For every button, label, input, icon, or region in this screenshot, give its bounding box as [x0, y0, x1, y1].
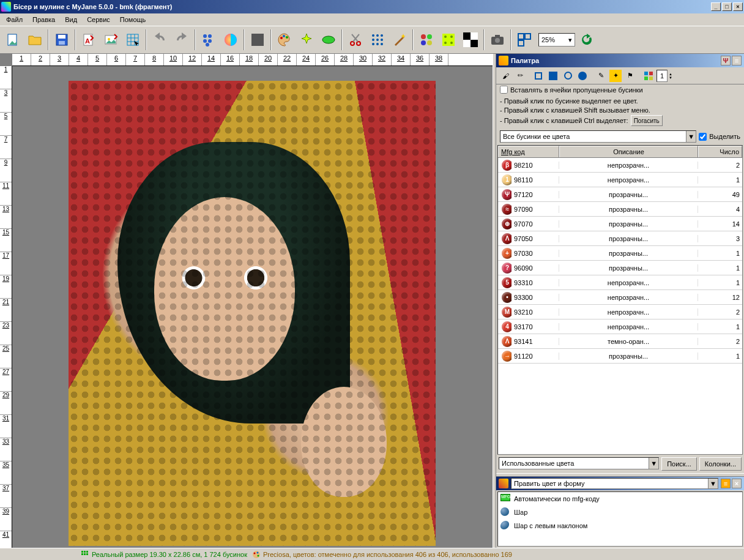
- svg-point-31: [421, 34, 426, 39]
- table-row[interactable]: •93300непрозрачн...12: [498, 290, 742, 305]
- grid-select-button[interactable]: [122, 29, 143, 50]
- tool-pick-icon[interactable]: ✎: [594, 69, 608, 83]
- toolbar-count[interactable]: 1: [657, 70, 668, 82]
- maximize-button[interactable]: □: [722, 2, 732, 11]
- col-mfg[interactable]: Mfg код: [498, 146, 559, 157]
- table-row[interactable]: β98210непрозрачн...2: [498, 158, 742, 173]
- shape-circle-fill-icon[interactable]: [576, 69, 589, 83]
- horizontal-ruler: 12345678101214161820222426283032343638: [12, 54, 493, 66]
- wand-button[interactable]: [389, 29, 410, 50]
- cut-button[interactable]: [345, 29, 366, 50]
- sparkle-button[interactable]: [296, 29, 317, 50]
- undo-button[interactable]: [149, 29, 170, 50]
- beads-blue-button[interactable]: [198, 29, 219, 50]
- minimize-button[interactable]: _: [711, 2, 721, 11]
- svg-point-25: [372, 39, 374, 41]
- columns-button[interactable]: Колонки...: [699, 457, 742, 471]
- svg-rect-55: [84, 551, 86, 553]
- table-row[interactable]: 198110непрозрачн...1: [498, 173, 742, 187]
- refresh-button[interactable]: [576, 29, 597, 50]
- table-row[interactable]: M93210непрозрачн...2: [498, 305, 742, 319]
- bead-canvas[interactable]: [69, 81, 436, 546]
- search-button[interactable]: Поиск...: [661, 457, 697, 471]
- export-pdf-button[interactable]: A: [78, 29, 99, 50]
- menu-file[interactable]: Файл: [1, 15, 28, 24]
- col-count[interactable]: Число: [698, 146, 742, 157]
- zoom-combo[interactable]: 25%▾: [538, 33, 575, 47]
- table-row[interactable]: →91120прозрачны...1: [498, 349, 742, 364]
- workspace: 12345678101214161820222426283032343638 1…: [0, 54, 744, 548]
- current-color-button[interactable]: [247, 29, 268, 50]
- svg-rect-41: [463, 32, 471, 40]
- layout-button[interactable]: [514, 29, 535, 50]
- col-desc[interactable]: Описание: [559, 146, 698, 157]
- svg-rect-47: [525, 34, 530, 39]
- table-row[interactable]: Ψ97120прозрачны...49: [498, 187, 742, 202]
- pattern-yellow-button[interactable]: [438, 29, 459, 50]
- table-row[interactable]: ⊕97070прозрачны...14: [498, 217, 742, 231]
- shape-close-button[interactable]: ×: [732, 479, 742, 488]
- table-row[interactable]: ?96090прозрачны...1: [498, 261, 742, 275]
- palette-toolbar: 🖌 ✏ ✎ ✦ ⚑ 1 ▲▼: [496, 67, 744, 84]
- list-item[interactable]: Шар: [498, 506, 742, 519]
- tool-flag-icon[interactable]: ⚑: [623, 69, 637, 83]
- selection-mode-combo[interactable]: Все бусинки ее цвета ▼: [500, 130, 696, 143]
- list-item[interactable]: Шар с левым наклоном: [498, 519, 742, 532]
- table-row[interactable]: 493170непрозрачн...1: [498, 319, 742, 334]
- close-button[interactable]: ×: [733, 2, 743, 11]
- list-item[interactable]: MFGАвтоматически по mfg-коду: [498, 492, 742, 506]
- panel-menu-button[interactable]: ≡: [732, 56, 742, 65]
- brush-a-icon[interactable]: 🖌: [499, 69, 512, 83]
- menu-service[interactable]: Сервис: [82, 15, 115, 24]
- menu-edit[interactable]: Правка: [28, 15, 60, 24]
- svg-point-30: [381, 43, 383, 45]
- redo-button[interactable]: [171, 29, 192, 50]
- table-body: β98210непрозрачн...2198110непрозрачн...1…: [498, 158, 742, 454]
- tool-highlight-icon[interactable]: ✦: [609, 69, 622, 83]
- spinner[interactable]: ▲▼: [669, 72, 675, 80]
- panel-psi-button[interactable]: Ψ: [721, 56, 731, 65]
- camera-button[interactable]: [487, 29, 508, 50]
- svg-point-28: [372, 43, 374, 45]
- table-row[interactable]: Λ93141темно-оран...2: [498, 334, 742, 349]
- table-row[interactable]: Λ97050прозрачны...3: [498, 231, 742, 246]
- svg-rect-50: [649, 72, 653, 75]
- open-button[interactable]: [24, 29, 45, 50]
- green-oval-button[interactable]: [318, 29, 339, 50]
- combo-text: Использованные цвета: [502, 460, 574, 467]
- menu-help[interactable]: Помощь: [115, 15, 151, 24]
- color-wheel-button[interactable]: [220, 29, 241, 50]
- export-image-button[interactable]: [100, 29, 121, 50]
- palette-footer: Использованные цвета ▼ Поиск... Колонки.…: [496, 455, 744, 473]
- save-button[interactable]: [51, 29, 72, 50]
- table-row[interactable]: +97030прозрачны...1: [498, 246, 742, 261]
- new-button[interactable]: [2, 29, 23, 50]
- shape-panel-combo[interactable]: Править цвет и форму ▼: [511, 478, 718, 489]
- svg-point-37: [450, 35, 453, 38]
- shape-list: MFGАвтоматически по mfg-кодуШарШар с лев…: [497, 491, 743, 547]
- shape-bars-button[interactable]: ≡: [721, 479, 731, 488]
- insert-missing-label: Вставлять в ячейки пропущенные бусинки: [510, 86, 643, 94]
- menu-view[interactable]: Вид: [60, 15, 82, 24]
- svg-point-24: [381, 34, 383, 37]
- svg-point-26: [376, 39, 379, 41]
- svg-point-32: [427, 34, 432, 39]
- shape-square-outline-icon[interactable]: [532, 69, 545, 83]
- svg-rect-45: [495, 35, 500, 37]
- shape-circle-outline-icon[interactable]: [561, 69, 575, 83]
- brush-b-icon[interactable]: ✏: [513, 69, 527, 83]
- tool-grid-icon[interactable]: [642, 69, 655, 83]
- table-row[interactable]: ≈97090прозрачны...4: [498, 202, 742, 217]
- highlight-checkbox[interactable]: [699, 133, 707, 141]
- table-row[interactable]: 593310непрозрачн...1: [498, 275, 742, 290]
- palette-button[interactable]: [274, 29, 295, 50]
- filter-combo[interactable]: Использованные цвета ▼: [499, 457, 659, 469]
- svg-point-29: [376, 43, 379, 45]
- shape-square-fill-icon[interactable]: [546, 69, 560, 83]
- clear-highlight-button[interactable]: Погасить: [631, 115, 663, 126]
- beads-multi-button[interactable]: [416, 29, 437, 50]
- checkerboard-button[interactable]: [460, 29, 481, 50]
- pattern-dots-button[interactable]: [367, 29, 388, 50]
- insert-missing-checkbox[interactable]: [500, 86, 508, 94]
- svg-rect-2: [58, 35, 65, 39]
